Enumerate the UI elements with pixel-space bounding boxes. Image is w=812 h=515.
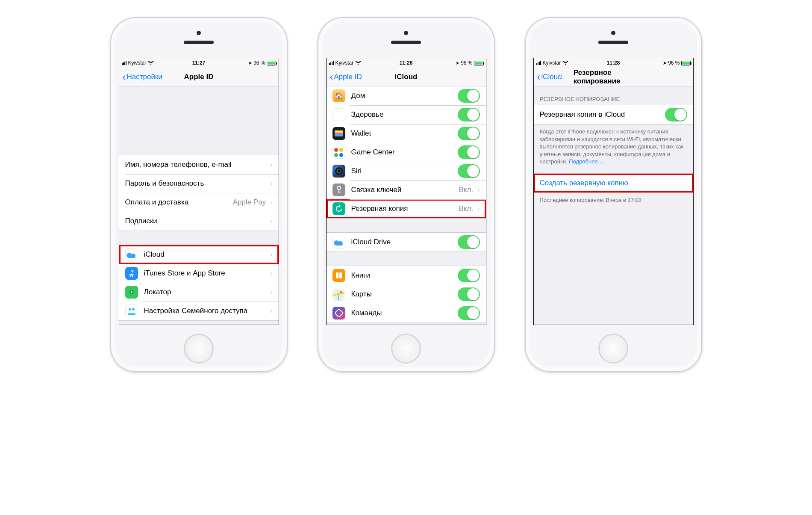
row-payment-shipping[interactable]: Оплата и доставка Apple Pay › — [119, 193, 279, 212]
settings-group-services: iCloud › iTunes Store и App Store › Лока… — [119, 245, 279, 321]
wifi-icon — [562, 61, 568, 65]
carrier-label: Kyivstar — [543, 60, 561, 66]
status-bar: Kyivstar 11:27 ➤ 96 % — [119, 58, 279, 68]
row-icloud[interactable]: iCloud › — [119, 245, 279, 264]
battery-icon — [681, 61, 691, 65]
carrier-label: Kyivstar — [128, 60, 147, 66]
location-icon: ➤ — [663, 60, 667, 66]
row-backup-now[interactable]: Создать резервную копию — [534, 174, 693, 192]
battery-label: 96 % — [253, 60, 265, 66]
health-icon: ♥ — [332, 108, 345, 121]
row-maps[interactable]: Карты — [327, 285, 486, 304]
chevron-right-icon: › — [270, 251, 272, 258]
row-keychain[interactable]: Связка ключей Вкл. › — [327, 181, 486, 199]
toggle-switch[interactable] — [458, 127, 480, 140]
back-label: Apple ID — [334, 73, 362, 81]
nav-title: Резервное копирование — [574, 68, 653, 86]
row-icloud-drive[interactable]: iCloud Drive — [327, 233, 486, 252]
row-books[interactable]: Книги — [327, 266, 486, 285]
row-health[interactable]: ♥ Здоровье — [327, 105, 486, 124]
backup-icon — [332, 202, 345, 215]
siri-icon — [332, 165, 345, 178]
wifi-icon — [355, 61, 361, 65]
toggle-switch[interactable] — [458, 235, 480, 249]
toggle-switch[interactable] — [458, 164, 480, 178]
back-button[interactable]: ‹ Настройки — [123, 72, 162, 82]
location-icon: ➤ — [456, 60, 459, 66]
chevron-right-icon: › — [270, 198, 272, 206]
signal-icon — [329, 61, 334, 65]
battery-icon — [267, 61, 276, 65]
camera-dot — [404, 31, 408, 35]
svg-rect-9 — [338, 189, 339, 193]
row-siri[interactable]: Siri — [327, 162, 486, 181]
phone-frame-1: Kyivstar 11:27 ➤ 96 % ‹ Настройки Apple … — [110, 17, 288, 372]
shortcuts-icon — [332, 307, 345, 320]
toggle-switch[interactable] — [665, 108, 687, 121]
row-backup[interactable]: Резервная копия Вкл. › — [327, 199, 486, 218]
home-icon: 🏠 — [332, 89, 345, 102]
home-button[interactable] — [184, 334, 214, 364]
backup-action-group: Создать резервную копию — [534, 173, 693, 193]
speaker-slot — [391, 41, 421, 44]
row-game-center[interactable]: Game Center — [327, 143, 486, 162]
toggle-switch[interactable] — [458, 306, 480, 320]
maps-icon — [332, 288, 345, 301]
row-shortcuts[interactable]: Команды — [327, 304, 486, 323]
speaker-slot — [598, 41, 628, 44]
learn-more-link[interactable]: Подробнее… — [569, 158, 603, 165]
chevron-right-icon: › — [270, 288, 272, 296]
row-family-sharing[interactable]: Настройка Семейного доступа › — [119, 302, 279, 320]
row-find-my[interactable]: Локатор › — [119, 283, 279, 302]
chevron-left-icon: ‹ — [123, 72, 126, 82]
screen-1: Kyivstar 11:27 ➤ 96 % ‹ Настройки Apple … — [119, 58, 279, 325]
phone-frame-3: Kyivstar 11:28 ➤ 96 % ‹ iCloud Резервное… — [525, 17, 702, 372]
svg-point-8 — [337, 186, 341, 189]
back-label: iCloud — [541, 73, 562, 81]
icloud-apps-group: 🏠 Дом ♥ Здоровье Wallet — [327, 86, 486, 219]
row-password-security[interactable]: Пароль и безопасность › — [119, 174, 279, 193]
row-name-phone-email[interactable]: Имя, номера телефонов, e-mail › — [119, 155, 279, 174]
toggle-switch[interactable] — [458, 108, 480, 121]
toggle-switch[interactable] — [458, 287, 480, 301]
toggle-switch[interactable] — [458, 269, 480, 282]
svg-point-2 — [131, 291, 132, 293]
svg-point-4 — [132, 308, 135, 311]
chevron-right-icon: › — [270, 307, 272, 315]
battery-label: 96 % — [668, 60, 680, 66]
svg-point-5 — [335, 167, 343, 175]
icloud-drive-group: iCloud Drive — [327, 232, 486, 252]
nav-title: Apple ID — [184, 73, 214, 81]
iclouddrive-icon — [332, 236, 345, 249]
toggle-switch[interactable] — [458, 89, 480, 103]
back-button[interactable]: ‹ iCloud — [537, 72, 562, 82]
status-bar: Kyivstar 11:28 ➤ 96 % — [327, 58, 486, 68]
status-bar: Kyivstar 11:28 ➤ 96 % — [534, 58, 693, 68]
nav-title: iCloud — [395, 73, 418, 81]
svg-point-12 — [340, 291, 342, 293]
clock-label: 11:28 — [607, 60, 620, 66]
chevron-right-icon: › — [270, 269, 272, 277]
home-button[interactable] — [391, 334, 421, 364]
row-itunes-appstore[interactable]: iTunes Store и App Store › — [119, 264, 279, 283]
back-label: Настройки — [127, 73, 162, 81]
chevron-right-icon: › — [477, 205, 480, 213]
row-subscriptions[interactable]: Подписки › — [119, 212, 279, 231]
clock-label: 11:28 — [400, 60, 413, 66]
section-header-backup: РЕЗЕРВНОЕ КОПИРОВАНИЕ — [534, 86, 693, 105]
chevron-right-icon: › — [270, 217, 272, 225]
nav-bar: ‹ Apple ID iCloud — [327, 68, 486, 86]
phone-frame-2: Kyivstar 11:28 ➤ 96 % ‹ Apple ID iCloud … — [318, 17, 495, 372]
nav-bar: ‹ Настройки Apple ID — [119, 68, 279, 86]
row-home[interactable]: 🏠 Дом — [327, 86, 486, 105]
gamecenter-icon — [332, 146, 345, 159]
row-wallet[interactable]: Wallet — [327, 124, 486, 143]
back-button[interactable]: ‹ Apple ID — [330, 72, 362, 82]
last-backup-label: Последнее копирование: Вчера в 17:08 — [534, 193, 693, 206]
home-button[interactable] — [598, 334, 628, 364]
row-icloud-backup-toggle[interactable]: Резервная копия в iCloud — [534, 105, 693, 124]
books-icon — [332, 269, 345, 282]
toggle-switch[interactable] — [458, 145, 480, 159]
camera-dot — [197, 31, 201, 35]
chevron-left-icon: ‹ — [537, 72, 541, 82]
